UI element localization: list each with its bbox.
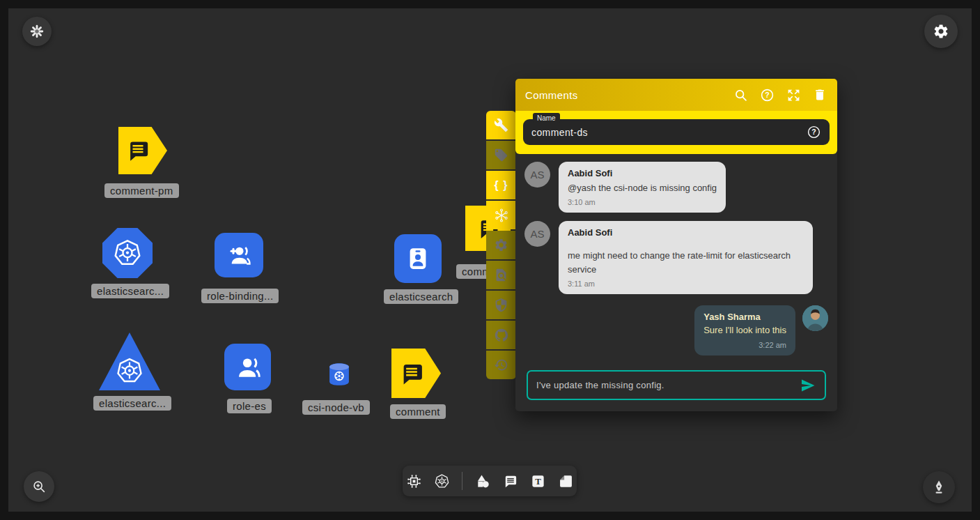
- node-elasticsearch-serviceaccount[interactable]: [394, 234, 442, 283]
- node-label[interactable]: elasticsearch: [384, 289, 458, 304]
- node-role-binding[interactable]: [215, 233, 263, 277]
- wrench-icon: [494, 118, 508, 132]
- node-label[interactable]: role-es: [227, 399, 272, 413]
- app-window: comment-pm elasticsearc... role-binding.…: [0, 0, 980, 520]
- toolbar-divider: [462, 472, 462, 490]
- github-icon: [494, 328, 509, 343]
- zoom-in-button[interactable]: [24, 471, 54, 502]
- composer-input[interactable]: [536, 380, 800, 390]
- node-label[interactable]: comment: [390, 404, 446, 419]
- message-row: Yash Sharma Sure I'll look into this 3:2…: [524, 305, 828, 355]
- message-bubble: Aabid Sofi @yash the csi-node is missing…: [559, 162, 726, 213]
- tag-icon: [494, 148, 508, 162]
- id-badge-icon: [403, 243, 433, 275]
- inspect-button[interactable]: [486, 261, 516, 289]
- node-comment[interactable]: [391, 349, 441, 398]
- message-text: Sure I'll look into this: [703, 323, 786, 337]
- node-csi-node-vb[interactable]: [325, 362, 353, 387]
- comment-icon[interactable]: [502, 473, 518, 489]
- help-icon[interactable]: ?: [760, 88, 775, 102]
- node-settings-button[interactable]: [486, 231, 516, 259]
- note-icon[interactable]: [558, 473, 574, 489]
- svg-text:?: ?: [765, 91, 769, 99]
- node-elasticsearch-octagon[interactable]: [102, 228, 153, 278]
- kubernetes-wheel-icon: [114, 355, 145, 386]
- canvas-tools-toolbar: T: [403, 466, 577, 496]
- find-in-page-icon: [494, 268, 508, 282]
- message-time: 3:11 am: [568, 280, 804, 288]
- braces-icon: { }: [495, 179, 508, 192]
- design-canvas[interactable]: comment-pm elasticsearc... role-binding.…: [8, 8, 972, 512]
- message-bubble: Yash Sharma Sure I'll look into this 3:2…: [694, 305, 795, 355]
- comment-bubble-icon: [397, 359, 426, 388]
- shapes-icon[interactable]: [474, 473, 490, 489]
- gear-icon: [494, 238, 508, 252]
- person-add-icon: [224, 241, 254, 269]
- message-time: 3:22 am: [703, 341, 786, 349]
- name-input[interactable]: [531, 127, 807, 138]
- search-icon[interactable]: [733, 88, 748, 102]
- avatar-photo: [802, 305, 828, 331]
- svg-text:T: T: [535, 476, 541, 487]
- settings-icon: [933, 23, 949, 40]
- people-icon: [233, 353, 263, 382]
- node-role-es[interactable]: [224, 344, 271, 390]
- tag-button[interactable]: [486, 141, 516, 169]
- hub-button[interactable]: [486, 201, 516, 229]
- kubernetes-icon[interactable]: [434, 473, 450, 489]
- avatar: AS: [524, 221, 550, 247]
- shield-icon: [494, 298, 508, 312]
- composer: [515, 366, 837, 411]
- message-author: Aabid Sofi: [568, 168, 717, 178]
- history-icon: [494, 358, 508, 372]
- message-row: AS Aabid Sofi @yash the csi-node is miss…: [524, 162, 828, 213]
- message-text: me might need to change the rate-limit f…: [568, 249, 804, 277]
- node-label[interactable]: elasticsearc...: [93, 396, 171, 411]
- pen-tool-button[interactable]: [923, 471, 955, 503]
- design-network-icon[interactable]: [406, 473, 422, 489]
- message-author: Aabid Sofi: [568, 227, 804, 238]
- hub-icon: [494, 208, 509, 223]
- node-action-toolbar: { }: [486, 111, 516, 379]
- history-button[interactable]: [486, 351, 516, 379]
- name-field-section: Name ?: [515, 111, 837, 154]
- node-elasticsearch-triangle[interactable]: [99, 332, 160, 390]
- configure-button[interactable]: [486, 111, 516, 139]
- zoom-in-icon: [31, 479, 47, 494]
- json-button[interactable]: { }: [486, 171, 516, 199]
- message-row: AS Aabid Sofi me might need to change th…: [524, 221, 828, 294]
- message-text: @yash the csi-node is missing config: [568, 181, 717, 195]
- expand-icon[interactable]: [786, 88, 801, 102]
- github-button[interactable]: [486, 321, 516, 349]
- node-comment-pm[interactable]: [118, 127, 167, 174]
- avatar: AS: [524, 162, 550, 188]
- send-icon[interactable]: [800, 377, 816, 394]
- text-icon[interactable]: T: [530, 473, 546, 489]
- field-help-icon[interactable]: ?: [807, 125, 821, 139]
- flower-icon: [29, 24, 45, 39]
- node-label[interactable]: csi-node-vb: [302, 400, 370, 415]
- name-field-label: Name: [533, 113, 560, 123]
- trash-icon[interactable]: [813, 88, 827, 102]
- comments-panel-header[interactable]: Comments ?: [515, 79, 837, 111]
- node-label[interactable]: elasticsearc...: [91, 284, 169, 298]
- node-label[interactable]: comment-pm: [104, 183, 179, 198]
- name-field[interactable]: Name ?: [523, 119, 830, 145]
- message-list[interactable]: AS Aabid Sofi @yash the csi-node is miss…: [515, 154, 837, 366]
- svg-text:?: ?: [811, 128, 816, 136]
- comments-panel: Comments ? Name ? AS Aabid Sofi: [515, 79, 837, 411]
- storage-cylinder-icon: [325, 362, 353, 387]
- kubernetes-wheel-icon: [111, 237, 143, 269]
- message-time: 3:10 am: [568, 198, 717, 206]
- message-bubble: Aabid Sofi me might need to change the r…: [559, 221, 813, 294]
- settings-button[interactable]: [924, 15, 958, 48]
- message-author: Yash Sharma: [703, 312, 786, 322]
- panel-title: Comments: [525, 89, 722, 101]
- comment-bubble-icon: [124, 137, 152, 165]
- security-button[interactable]: [486, 291, 516, 319]
- node-label[interactable]: role-binding...: [201, 289, 279, 303]
- pen-nib-icon: [931, 479, 947, 496]
- composer-box[interactable]: [527, 370, 826, 400]
- app-menu-button[interactable]: [22, 17, 52, 46]
